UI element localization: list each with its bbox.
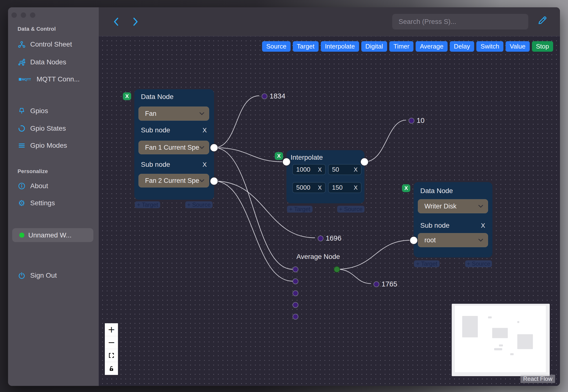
fan-data-node[interactable]: X Data Node Fan Sub node X Fan 1 Current… (134, 89, 214, 200)
add-value-button[interactable]: Value (506, 41, 530, 52)
sidebar-item-sign-out[interactable]: Sign Out (17, 270, 57, 281)
lock-button[interactable] (105, 362, 118, 375)
sub-node-row: Sub node X (141, 126, 207, 134)
fan-add-source-pill[interactable]: + Source (185, 201, 213, 208)
stop-button[interactable]: Stop (532, 41, 553, 52)
average-target-handle-3[interactable] (292, 290, 298, 296)
edit-pencil-icon[interactable] (537, 15, 548, 26)
interpolate-input-3[interactable]: 150 X (328, 182, 361, 193)
interpolate-target-handle[interactable] (283, 158, 290, 166)
sidebar-item-gpio-states[interactable]: Gpio States (17, 123, 66, 134)
value-label-1696: 1696 (318, 234, 342, 242)
minimap-label-1696 (499, 344, 503, 346)
interpolate-node[interactable]: X Interpolate 1000 X 50 X 5000 X 150 X (286, 150, 364, 203)
value-dot[interactable] (374, 281, 379, 287)
back-button[interactable] (111, 16, 122, 28)
minimap-fan-node (462, 316, 478, 337)
fan-sub1-select[interactable]: Fan 1 Current Spe (139, 141, 209, 154)
add-switch-button[interactable]: Switch (476, 41, 503, 52)
zoom-out-button[interactable]: − (105, 336, 118, 349)
sidebar-item-control-sheet[interactable]: Control Sheet (17, 39, 72, 50)
sidebar-item-gpios[interactable]: Gpios (17, 106, 48, 116)
info-icon (17, 182, 26, 190)
delete-fan-node-button[interactable]: X (123, 92, 131, 100)
value-label-1765: 1765 (374, 280, 397, 288)
sidebar-item-settings[interactable]: ⚙ Settings (17, 198, 55, 209)
fan-sub2-select[interactable]: Fan 2 Current Spe (139, 174, 209, 187)
chevron-down-icon (199, 146, 205, 149)
writer-add-target-pill[interactable]: + Target (414, 260, 440, 267)
fit-view-button[interactable] (105, 349, 118, 362)
zoom-in-button[interactable]: + (105, 323, 118, 336)
delete-writer-node-button[interactable]: X (402, 184, 410, 192)
sub-node-row: Sub node X (141, 161, 207, 168)
section-data-control: Data & Control (17, 26, 56, 32)
remove-sub-node-button[interactable]: X (203, 161, 207, 168)
writer-data-node[interactable]: X Data Node Writer Disk Sub node X root (414, 182, 492, 257)
close-window-icon[interactable] (12, 13, 17, 18)
add-average-button[interactable]: Average (416, 41, 447, 52)
average-target-handle-5[interactable] (292, 314, 298, 320)
fit-view-icon (108, 352, 115, 359)
node-title: Data Node (141, 93, 174, 101)
add-digital-button[interactable]: Digital (361, 41, 387, 52)
clear-value-button[interactable]: X (318, 166, 322, 173)
control-sheet-icon (17, 40, 26, 49)
minimap-average-node (494, 348, 502, 350)
sidebar-item-label: Settings (30, 199, 55, 207)
value-label-10: 10 (409, 116, 424, 125)
average-target-handle-2[interactable] (292, 278, 298, 284)
interpolate-source-handle[interactable] (361, 158, 368, 166)
chevron-down-icon (478, 205, 484, 208)
add-source-button[interactable]: Source (262, 41, 290, 52)
sidebar-item-workflow[interactable]: Unnamed W... (12, 228, 93, 242)
value-dot[interactable] (262, 93, 267, 99)
writer-add-source-pill[interactable]: + Source (465, 260, 492, 267)
interpolate-add-source-pill[interactable]: + Source (337, 206, 364, 212)
writer-target-handle[interactable] (410, 237, 417, 244)
spinner-circle-icon (17, 124, 26, 133)
add-delay-button[interactable]: Delay (450, 41, 474, 52)
minimize-window-icon[interactable] (21, 13, 26, 18)
average-target-handle-1[interactable] (292, 266, 298, 272)
remove-sub-node-button[interactable]: X (203, 126, 207, 134)
writer-device-select[interactable]: Writer Disk (418, 199, 488, 213)
search-input[interactable] (392, 14, 528, 29)
minimap[interactable] (452, 304, 550, 376)
fan-source-handle-1[interactable] (210, 144, 218, 151)
interpolate-input-0[interactable]: 1000 X (292, 164, 326, 175)
interpolate-input-2[interactable]: 5000 X (292, 182, 326, 193)
writer-sub-select[interactable]: root (418, 233, 488, 247)
forward-button[interactable] (130, 16, 141, 28)
clear-value-button[interactable]: X (354, 184, 358, 191)
interpolate-add-target-pill[interactable]: + Target (287, 206, 313, 212)
sidebar-item-mqtt[interactable]: MQTT MQTT Conn... (17, 74, 80, 84)
sidebar-item-data-nodes[interactable]: Data Nodes (17, 57, 66, 68)
remove-sub-node-button[interactable]: X (481, 222, 485, 229)
clear-value-button[interactable]: X (354, 166, 358, 173)
desktop: Data & Control Control Sheet (0, 0, 568, 392)
delete-interpolate-node-button[interactable]: X (275, 152, 283, 160)
lock-icon (108, 365, 115, 372)
sidebar-item-gpio-modes[interactable]: Gpio Modes (17, 140, 67, 151)
interpolate-input-1[interactable]: 50 X (328, 164, 361, 175)
workflow-label: Unnamed W... (28, 231, 71, 239)
data-nodes-icon (17, 58, 26, 66)
average-target-handle-4[interactable] (292, 302, 298, 308)
value-dot[interactable] (318, 236, 323, 241)
average-source-handle[interactable] (334, 266, 340, 273)
add-timer-button[interactable]: Timer (389, 41, 414, 52)
value-dot[interactable] (409, 118, 415, 124)
sidebar-item-label: MQTT Conn... (37, 75, 80, 83)
fan-device-select[interactable]: Fan (139, 107, 209, 121)
add-target-button[interactable]: Target (293, 41, 319, 52)
minimap-label-10 (517, 321, 519, 323)
clear-value-button[interactable]: X (318, 184, 322, 191)
fan-source-handle-2[interactable] (210, 178, 218, 185)
chevron-down-icon (199, 179, 205, 182)
fan-add-target-pill[interactable]: + Target (135, 201, 160, 208)
sidebar-item-about[interactable]: About (17, 181, 48, 191)
maximize-window-icon[interactable] (30, 13, 35, 18)
flow-canvas[interactable]: Source Target Interpolate Digital Timer … (99, 36, 560, 386)
add-interpolate-button[interactable]: Interpolate (321, 41, 359, 52)
